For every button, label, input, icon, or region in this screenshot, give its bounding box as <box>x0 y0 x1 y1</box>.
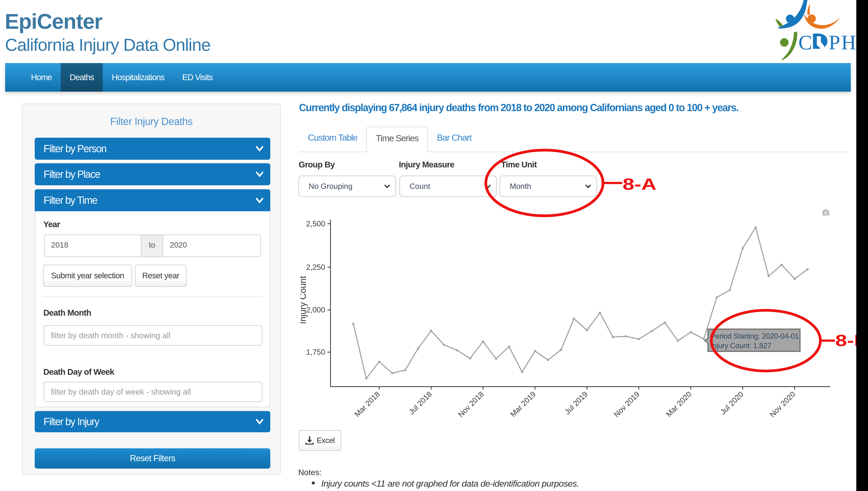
svg-text:8-A: 8-A <box>623 175 657 193</box>
